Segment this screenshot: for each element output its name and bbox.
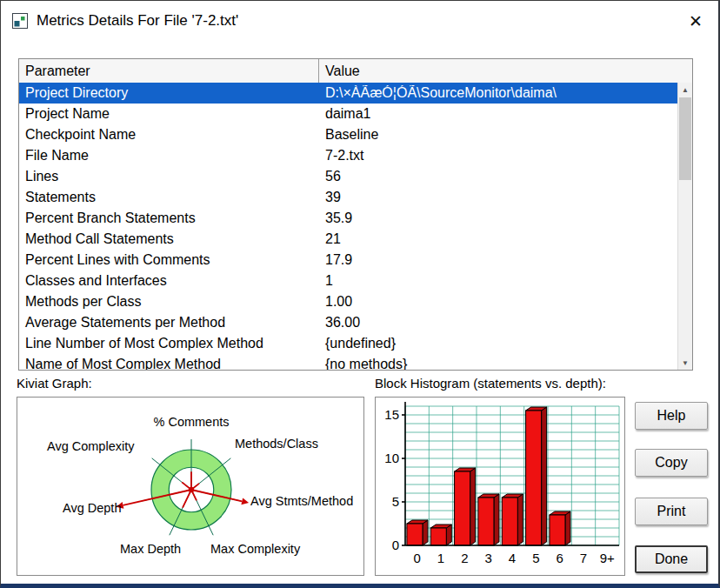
- value-cell: {no methods}: [319, 357, 677, 370]
- scroll-up-button[interactable]: ▲: [678, 83, 692, 97]
- column-header-value[interactable]: Value: [319, 59, 692, 83]
- histogram-bar-side: [542, 407, 547, 545]
- kiviat-graph-label: Kiviat Graph:: [17, 376, 92, 391]
- parameter-cell: File Name: [19, 148, 319, 164]
- histogram-bar-side: [470, 468, 476, 545]
- parameter-cell: Line Number of Most Complex Method: [19, 336, 319, 351]
- close-icon: ✕: [689, 11, 703, 31]
- parameter-cell: Project Name: [19, 106, 319, 122]
- table-row[interactable]: Project Namedaima1: [19, 104, 677, 124]
- histogram-bar: [526, 411, 542, 545]
- scroll-up-icon: ▲: [682, 86, 689, 94]
- scroll-thumb[interactable]: [679, 97, 691, 180]
- table-row[interactable]: Lines56: [19, 166, 677, 187]
- histogram-ytick: 0: [392, 538, 399, 552]
- histogram-xtick: 6: [556, 551, 563, 565]
- value-cell: daima1: [319, 106, 677, 122]
- histogram-xtick: 0: [413, 551, 420, 565]
- histogram-xtick: 4: [509, 551, 516, 565]
- histogram-xtick: 1: [437, 551, 444, 565]
- histogram-label: Block Histogram (statements vs. depth):: [375, 376, 606, 391]
- histogram-xtick: 3: [484, 551, 491, 565]
- histogram-bar-side: [423, 520, 428, 545]
- parameter-cell: Checkpoint Name: [19, 127, 319, 143]
- value-cell: 56: [319, 169, 677, 184]
- histogram-bar-side: [565, 511, 570, 545]
- histogram-bar: [502, 498, 517, 545]
- histogram-ytick: 5: [392, 494, 399, 509]
- kiviat-axis-label: Avg Stmts/Method: [250, 494, 353, 508]
- scroll-down-icon: ▼: [682, 359, 689, 367]
- histogram-xtick: 5: [532, 551, 539, 565]
- help-button[interactable]: Help: [635, 402, 708, 430]
- histogram-bar: [478, 498, 494, 545]
- value-cell: 21: [319, 231, 677, 247]
- histogram-ytick: 15: [384, 407, 399, 422]
- metrics-table: Parameter Value Project DirectoryD:\×ÀÃæ…: [18, 58, 693, 371]
- kiviat-center-dot: [189, 487, 194, 492]
- histogram-bar: [430, 528, 446, 545]
- value-cell: 36.00: [319, 315, 677, 331]
- table-row[interactable]: Percent Branch Statements35.9: [19, 208, 677, 229]
- kiviat-axis-label: Max Complexity: [210, 542, 301, 556]
- histogram-bar: [407, 524, 423, 545]
- table-row[interactable]: Average Statements per Method36.00: [19, 312, 677, 333]
- parameter-cell: Statements: [19, 190, 319, 205]
- table-row[interactable]: Classes and Interfaces1: [19, 271, 677, 291]
- table-row[interactable]: Checkpoint NameBaseline: [19, 124, 677, 145]
- title-bar[interactable]: Metrics Details For File '7-2.txt' ✕: [1, 1, 718, 41]
- kiviat-arrow: [241, 498, 249, 504]
- parameter-cell: Percent Branch Statements: [19, 210, 319, 226]
- parameter-cell: Average Statements per Method: [19, 315, 319, 331]
- histogram-xtick: 7: [580, 551, 587, 565]
- table-scrollbar[interactable]: ▲ ▼: [677, 83, 692, 370]
- value-cell: 7-2.txt: [319, 148, 677, 164]
- table-body: Project DirectoryD:\×ÀÃæÓ¦ÓÃ\SourceMonit…: [19, 83, 677, 370]
- window-title: Metrics Details For File '7-2.txt': [37, 12, 238, 30]
- kiviat-axis-label: Avg Depth: [63, 501, 121, 515]
- histogram-bar-side: [494, 494, 499, 545]
- value-cell: 1.00: [319, 294, 677, 310]
- kiviat-axis-label: Max Depth: [120, 542, 181, 556]
- value-cell: 39: [319, 190, 677, 205]
- table-row[interactable]: Line Number of Most Complex Method{undef…: [19, 333, 677, 354]
- column-header-parameter[interactable]: Parameter: [19, 59, 319, 83]
- histogram-xtick: 9+: [600, 551, 615, 565]
- histogram-svg: 051015012345679+: [376, 398, 624, 575]
- value-cell: 1: [319, 273, 677, 289]
- parameter-cell: Percent Lines with Comments: [19, 252, 319, 268]
- parameter-cell: Classes and Interfaces: [19, 273, 319, 289]
- kiviat-axis-label: % Comments: [153, 415, 229, 429]
- kiviat-svg: % CommentsMethods/ClassAvg Stmts/MethodM…: [17, 398, 363, 575]
- scroll-down-button[interactable]: ▼: [678, 356, 692, 370]
- kiviat-graph: % CommentsMethods/ClassAvg Stmts/MethodM…: [17, 397, 364, 576]
- parameter-cell: Lines: [19, 169, 319, 184]
- dialog-window: Metrics Details For File '7-2.txt' ✕ Par…: [0, 0, 720, 588]
- table-row[interactable]: Project DirectoryD:\×ÀÃæÓ¦ÓÃ\SourceMonit…: [19, 83, 677, 104]
- value-cell: 35.9: [319, 210, 677, 226]
- histogram-xtick: 2: [461, 551, 468, 565]
- app-icon: [12, 13, 28, 29]
- print-button[interactable]: Print: [635, 498, 708, 525]
- block-histogram: 051015012345679+: [375, 397, 625, 576]
- table-row[interactable]: Percent Lines with Comments17.9: [19, 250, 677, 271]
- parameter-cell: Project Directory: [19, 85, 319, 101]
- value-cell: 17.9: [319, 252, 677, 268]
- histogram-bar: [550, 515, 565, 545]
- value-cell: Baseline: [319, 127, 677, 143]
- close-button[interactable]: ✕: [682, 7, 710, 35]
- table-row[interactable]: Methods per Class1.00: [19, 291, 677, 312]
- table-row[interactable]: Name of Most Complex Method{no methods}: [19, 354, 677, 370]
- value-cell: {undefined}: [319, 336, 677, 351]
- table-row[interactable]: File Name7-2.txt: [19, 145, 677, 166]
- parameter-cell: Method Call Statements: [19, 231, 319, 247]
- table-row[interactable]: Method Call Statements21: [19, 229, 677, 250]
- copy-button[interactable]: Copy: [635, 449, 708, 477]
- histogram-ytick: 10: [384, 451, 399, 465]
- parameter-cell: Name of Most Complex Method: [19, 357, 319, 370]
- histogram-bar-side: [517, 494, 523, 545]
- done-button[interactable]: Done: [635, 545, 708, 573]
- parameter-cell: Methods per Class: [19, 294, 319, 310]
- table-row[interactable]: Statements39: [19, 187, 677, 208]
- value-cell: D:\×ÀÃæÓ¦ÓÃ\SourceMonitor\daima\: [319, 85, 677, 101]
